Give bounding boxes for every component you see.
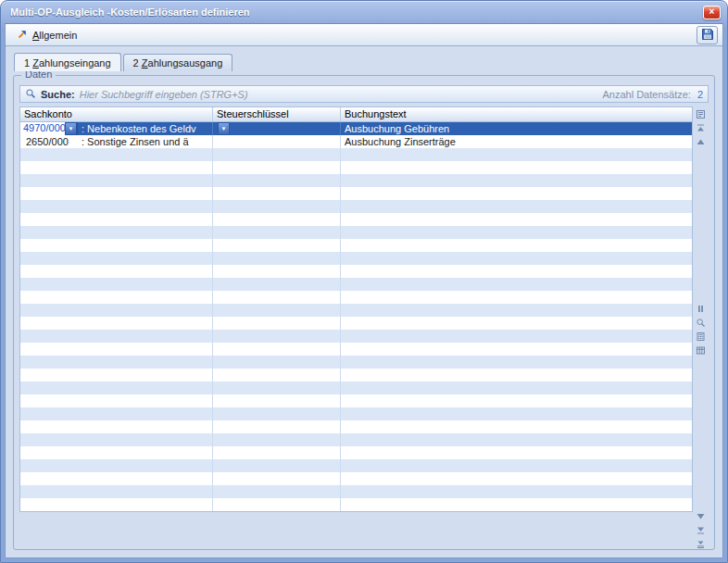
daten-groupbox: Daten Suche: Anzahl Datensätze: 2 Sachko… xyxy=(13,75,715,550)
menu-allgemein-label: Allgemein xyxy=(32,30,77,41)
sachkonto-value[interactable]: 4970/000 xyxy=(20,122,65,135)
tab-2[interactable]: 2 Zahlungsausgang xyxy=(123,54,233,71)
table-row-empty[interactable] xyxy=(20,369,692,382)
table-row-empty[interactable] xyxy=(20,433,692,446)
search-icon xyxy=(25,88,36,101)
table-row-empty[interactable] xyxy=(20,498,692,511)
save-button[interactable] xyxy=(697,26,718,44)
chevron-down-icon[interactable]: ▼ xyxy=(218,122,230,135)
grid-toolbar xyxy=(693,106,709,553)
search-input[interactable] xyxy=(80,89,598,100)
tabbar: 1 Zahlungseingang2 Zahlungsausgang xyxy=(6,46,722,71)
calculator-icon[interactable] xyxy=(695,331,707,343)
groupbox-legend: Daten xyxy=(21,71,56,80)
record-count-value: 2 xyxy=(697,89,703,100)
table-area: SachkontoSteuerschlüsselBuchungstext 497… xyxy=(19,106,709,553)
app-window: Multi-OP-Ausgleich -Kosten/Erlösarten de… xyxy=(0,0,728,563)
sachkonto-description: : Nebenkosten des Geldv xyxy=(82,123,196,135)
steuerschluessel-cell[interactable] xyxy=(213,135,341,148)
table-row-empty[interactable] xyxy=(20,420,692,433)
search-label: Suche: xyxy=(41,89,75,100)
table-row-empty[interactable] xyxy=(20,213,692,226)
buchungstext-cell[interactable]: Ausbuchung Gebühren xyxy=(341,122,692,135)
table-row[interactable]: 4970/000 ▼ : Nebenkosten des Geldv ▼ Aus… xyxy=(20,122,692,135)
table-row-empty[interactable] xyxy=(20,343,692,356)
sachkonto-combo[interactable]: 4970/000 ▼ xyxy=(20,122,78,135)
scroll-top-icon[interactable] xyxy=(695,122,707,134)
column-header[interactable]: Steuerschlüssel xyxy=(213,107,341,121)
table-row-empty[interactable] xyxy=(20,472,692,485)
table-row-empty[interactable] xyxy=(20,356,692,369)
table-row-empty[interactable] xyxy=(20,330,692,343)
table-row-empty[interactable] xyxy=(20,174,692,187)
table-row-empty[interactable] xyxy=(20,226,692,239)
column-header[interactable]: Buchungstext xyxy=(341,107,692,121)
window-title: Multi-OP-Ausgleich -Kosten/Erlösarten de… xyxy=(10,6,250,18)
table-row-empty[interactable] xyxy=(20,485,692,498)
table-row-empty[interactable] xyxy=(20,148,692,161)
last-record-icon[interactable] xyxy=(695,538,707,550)
sachkonto-value: 2650/000 xyxy=(20,136,78,148)
scroll-up-icon[interactable] xyxy=(695,136,707,148)
tab-1[interactable]: 1 Zahlungseingang xyxy=(14,53,121,71)
sachkonto-description: : Sonstige Zinsen und ä xyxy=(82,136,189,148)
client-area: Allgemein 1 Zahlungseingang2 Zahlungsaus… xyxy=(5,23,723,558)
table-row-empty[interactable] xyxy=(20,446,692,459)
table-row-empty[interactable] xyxy=(20,407,692,420)
grid-header: SachkontoSteuerschlüsselBuchungstext xyxy=(20,107,692,122)
chevron-down-icon[interactable]: ▼ xyxy=(65,122,77,135)
sachkonto-cell[interactable]: 4970/000 ▼ : Nebenkosten des Geldv xyxy=(20,122,213,135)
table-body: 4970/000 ▼ : Nebenkosten des Geldv ▼ Aus… xyxy=(20,122,692,511)
content: Daten Suche: Anzahl Datensätze: 2 Sachko… xyxy=(6,71,722,557)
titlebar: Multi-OP-Ausgleich -Kosten/Erlösarten de… xyxy=(5,1,723,23)
table-row-empty[interactable] xyxy=(20,278,692,291)
table-row-empty[interactable] xyxy=(20,161,692,174)
table-row-empty[interactable] xyxy=(20,187,692,200)
menubar: Allgemein xyxy=(6,24,722,46)
buchungstext-cell[interactable]: Ausbuchung Zinserträge xyxy=(341,135,692,148)
table-row-empty[interactable] xyxy=(20,317,692,330)
scroll-bottom-icon[interactable] xyxy=(695,524,707,536)
zoom-icon[interactable] xyxy=(695,317,707,329)
search-bar: Suche: Anzahl Datensätze: 2 xyxy=(19,85,709,103)
menu-allgemein[interactable]: Allgemein xyxy=(10,27,83,44)
table-row-empty[interactable] xyxy=(20,394,692,407)
table-row-empty[interactable] xyxy=(20,265,692,278)
table-row-empty[interactable] xyxy=(20,239,692,252)
table-row-empty[interactable] xyxy=(20,252,692,265)
table-row-empty[interactable] xyxy=(20,304,692,317)
table-row-empty[interactable] xyxy=(20,382,692,394)
allgemein-arrow-icon xyxy=(17,29,28,42)
sachkonto-cell[interactable]: 2650/000 : Sonstige Zinsen und ä xyxy=(20,135,213,148)
steuerschluessel-cell[interactable]: ▼ xyxy=(213,122,341,135)
table-row-empty[interactable] xyxy=(20,200,692,213)
save-icon xyxy=(701,28,714,43)
column-options-icon[interactable] xyxy=(695,108,707,120)
close-button[interactable]: × xyxy=(703,6,721,19)
table-row[interactable]: 2650/000 : Sonstige Zinsen und ä Ausbuch… xyxy=(20,135,692,148)
record-count-label: Anzahl Datensätze: xyxy=(602,89,690,100)
table-row-empty[interactable] xyxy=(20,459,692,472)
data-grid: SachkontoSteuerschlüsselBuchungstext 497… xyxy=(19,106,693,512)
table-row-empty[interactable] xyxy=(20,291,692,304)
freeze-columns-icon[interactable] xyxy=(695,303,707,315)
grid-view-icon[interactable] xyxy=(695,344,707,357)
scroll-down-icon[interactable] xyxy=(695,510,707,522)
column-header[interactable]: Sachkonto xyxy=(20,107,213,121)
